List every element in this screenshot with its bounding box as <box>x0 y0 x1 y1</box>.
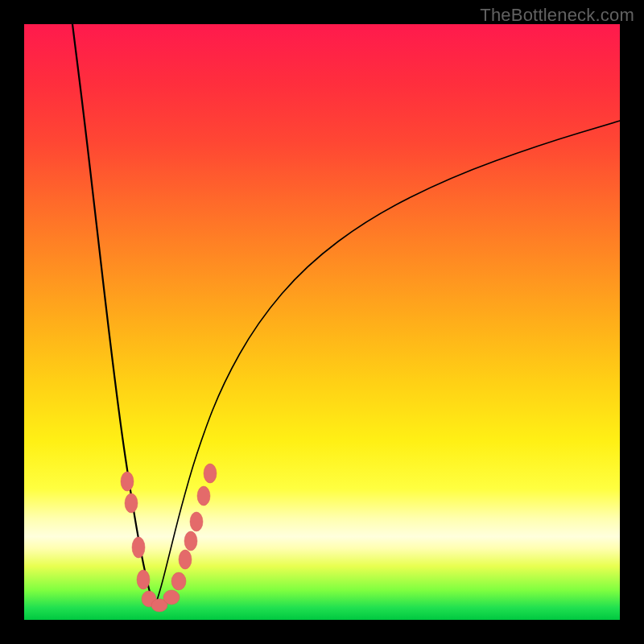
highlight-marker <box>137 570 150 589</box>
highlight-marker <box>197 486 210 506</box>
highlight-marker <box>204 464 217 483</box>
highlight-marker <box>163 590 180 605</box>
watermark-text: TheBottleneck.com <box>480 5 634 26</box>
highlight-marker <box>171 572 186 590</box>
curve-left-branch <box>72 24 155 608</box>
highlight-marker <box>179 550 192 569</box>
chart-svg <box>24 24 620 620</box>
highlight-marker <box>190 512 203 531</box>
chart-frame: TheBottleneck.com <box>0 0 644 644</box>
plot-area <box>24 24 620 620</box>
highlight-marker <box>125 493 138 513</box>
highlight-marker <box>184 531 197 551</box>
highlight-marker <box>132 537 145 558</box>
marker-group <box>121 464 217 612</box>
highlight-marker <box>121 472 134 491</box>
curve-right-branch <box>155 121 620 608</box>
